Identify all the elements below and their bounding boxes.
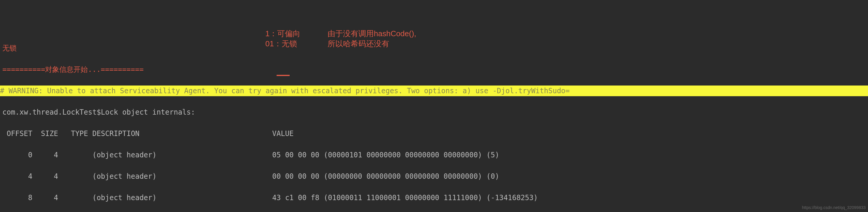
annotation-nolock: 01：无锁: [265, 38, 297, 50]
underline-mark: [277, 75, 290, 76]
table-header: OFFSET SIZE TYPE DESCRIPTION VALUE: [0, 128, 868, 139]
warning-line: # WARNING: Unable to attach Serviceabili…: [0, 85, 868, 96]
annotation-hashcode-line2: 所以哈希码还没有: [328, 38, 389, 50]
start-marker-line: ==========对象信息开始...==========: [0, 64, 868, 75]
title-line: 无锁: [0, 43, 868, 53]
table-row-1: 0 4 (object header) 05 00 00 00 (0000010…: [0, 150, 868, 160]
object-internals-header: com.xw.thread.LockTest$Lock object inter…: [0, 107, 868, 117]
watermark: https://blog.csdn.net/qq_32099833: [802, 205, 866, 211]
table-row-2: 4 4 (object header) 00 00 00 00 (0000000…: [0, 171, 868, 182]
table-row-3: 8 4 (object header) 43 c1 00 f8 (0100001…: [0, 192, 868, 203]
